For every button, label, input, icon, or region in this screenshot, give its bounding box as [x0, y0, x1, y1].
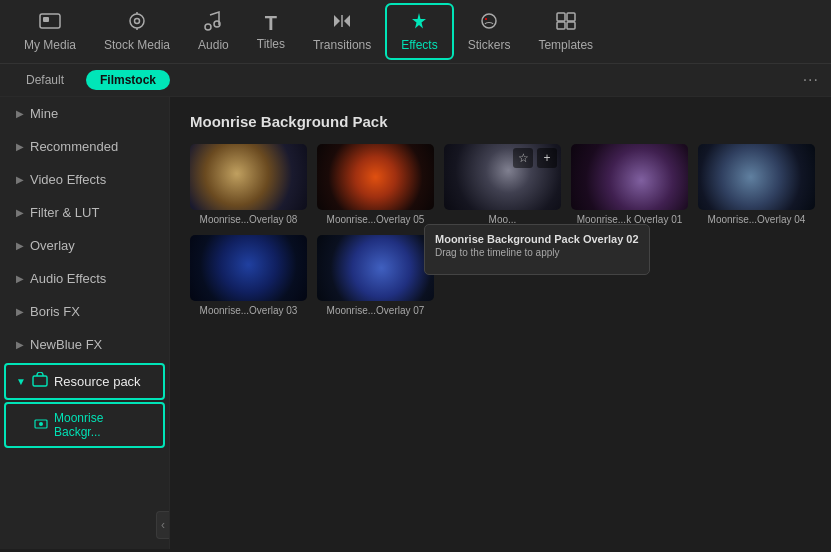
add-button[interactable]: + [537, 148, 557, 168]
arrow-icon: ▶ [16, 306, 24, 317]
content-area: Moonrise Background Pack Moonrise...Over… [170, 97, 831, 549]
nav-stock-media-label: Stock Media [104, 38, 170, 52]
arrow-icon: ▶ [16, 108, 24, 119]
sidebar-item-mine[interactable]: ▶ Mine [0, 97, 169, 130]
effects-grid: Moonrise...Overlay 08 Moonrise...Overlay… [190, 144, 815, 316]
thumb-overlay-02: ☆ + ··· [444, 144, 561, 210]
sidebar-item-overlay[interactable]: ▶ Overlay [0, 229, 169, 262]
sidebar-item-video-effects[interactable]: ▶ Video Effects [0, 163, 169, 196]
item-label: Moonrise...Overlay 07 [317, 305, 434, 316]
tooltip-sub: Drag to the timeline to apply [435, 247, 639, 258]
arrow-icon: ▶ [16, 273, 24, 284]
svg-rect-14 [557, 13, 565, 21]
sidebar-item-overlay-label: Overlay [30, 238, 75, 253]
svg-point-3 [135, 19, 140, 24]
list-item[interactable]: Moonrise...k Overlay 01 [571, 144, 688, 225]
sidebar-sub-item-moonrise[interactable]: Moonrise Backgr... [4, 402, 165, 448]
arrow-down-icon: ▼ [16, 376, 26, 387]
thumb-overlay-03 [190, 235, 307, 301]
sidebar-sub-item-moonrise-label: Moonrise Backgr... [54, 411, 143, 439]
collapse-icon: ‹ [161, 518, 165, 532]
effects-icon [408, 11, 430, 34]
tooltip-box: Moonrise Background Pack Overlay 02 Drag… [424, 224, 650, 275]
top-nav: My Media Stock Media Audio T Titles Tran… [0, 0, 831, 64]
nav-effects-label: Effects [401, 38, 437, 52]
nav-titles[interactable]: T Titles [243, 7, 299, 57]
nav-templates[interactable]: Templates [524, 5, 607, 58]
list-item[interactable]: Moonrise...Overlay 08 [190, 144, 307, 225]
arrow-icon: ▶ [16, 207, 24, 218]
audio-icon [203, 11, 223, 34]
thumb-overlay-07 [317, 235, 434, 301]
list-item[interactable]: Moonrise...Overlay 03 [190, 235, 307, 316]
list-item[interactable]: Moonrise...Overlay 05 [317, 144, 434, 225]
svg-rect-1 [43, 17, 49, 22]
nav-stickers[interactable]: Stickers [454, 5, 525, 58]
svg-rect-17 [567, 22, 575, 29]
thumb-overlay-08 [190, 144, 307, 210]
sidebar-item-filter-lut-label: Filter & LUT [30, 205, 99, 220]
arrow-icon: ▶ [16, 174, 24, 185]
transitions-icon [331, 11, 353, 34]
item-label: Moonrise...Overlay 03 [190, 305, 307, 316]
sidebar-item-audio-effects[interactable]: ▶ Audio Effects [0, 262, 169, 295]
list-item[interactable]: Moonrise...Overlay 07 [317, 235, 434, 316]
filter-default[interactable]: Default [12, 70, 78, 90]
svg-point-12 [482, 14, 496, 28]
sidebar-item-resource-pack[interactable]: ▼ Resource pack [4, 363, 165, 400]
svg-point-6 [205, 24, 211, 30]
sidebar-item-boris-fx[interactable]: ▶ Boris FX [0, 295, 169, 328]
sidebar-item-mine-label: Mine [30, 106, 58, 121]
svg-marker-9 [344, 15, 350, 27]
item-label: Moonrise...Overlay 04 [698, 214, 815, 225]
list-item[interactable]: ☆ + ··· Moo... Moonrise Background Pack … [444, 144, 561, 225]
item-label: Moonrise...Overlay 05 [317, 214, 434, 225]
resource-pack-icon [32, 372, 48, 391]
thumb-overlay-05 [317, 144, 434, 210]
svg-marker-11 [412, 13, 426, 29]
nav-effects[interactable]: Effects [385, 3, 453, 60]
nav-audio[interactable]: Audio [184, 5, 243, 58]
nav-my-media[interactable]: My Media [10, 5, 90, 58]
svg-point-13 [485, 18, 487, 20]
item-label: Moonrise...Overlay 08 [190, 214, 307, 225]
sidebar: ▶ Mine ▶ Recommended ▶ Video Effects ▶ F… [0, 97, 170, 549]
filter-filmstock[interactable]: Filmstock [86, 70, 170, 90]
main-layout: ▶ Mine ▶ Recommended ▶ Video Effects ▶ F… [0, 97, 831, 549]
stock-media-icon [126, 11, 148, 34]
filter-bar: Default Filmstock ··· [0, 64, 831, 97]
thumb-action-buttons: ☆ + [513, 148, 557, 168]
sidebar-item-newblue-fx-label: NewBlue FX [30, 337, 102, 352]
favorite-button[interactable]: ☆ [513, 148, 533, 168]
nav-transitions[interactable]: Transitions [299, 5, 385, 58]
sidebar-item-video-effects-label: Video Effects [30, 172, 106, 187]
sidebar-collapse-button[interactable]: ‹ [156, 511, 169, 539]
arrow-icon: ▶ [16, 141, 24, 152]
arrow-icon: ▶ [16, 339, 24, 350]
nav-templates-label: Templates [538, 38, 593, 52]
more-options-button[interactable]: ··· [803, 71, 819, 89]
titles-icon: T [265, 13, 277, 33]
svg-point-2 [130, 14, 144, 28]
svg-marker-8 [334, 15, 340, 27]
item-label: Moo... [444, 214, 561, 225]
svg-rect-18 [33, 376, 47, 386]
sidebar-item-newblue-fx[interactable]: ▶ NewBlue FX [0, 328, 169, 361]
sidebar-item-boris-fx-label: Boris FX [30, 304, 80, 319]
list-item[interactable]: Moonrise...Overlay 04 [698, 144, 815, 225]
svg-rect-15 [567, 13, 575, 21]
thumb-overlay-01 [571, 144, 688, 210]
moonrise-icon [34, 417, 48, 434]
sidebar-item-audio-effects-label: Audio Effects [30, 271, 106, 286]
sidebar-item-recommended-label: Recommended [30, 139, 118, 154]
tooltip-title: Moonrise Background Pack Overlay 02 [435, 233, 639, 245]
nav-audio-label: Audio [198, 38, 229, 52]
item-label: Moonrise...k Overlay 01 [571, 214, 688, 225]
svg-rect-16 [557, 22, 565, 29]
nav-my-media-label: My Media [24, 38, 76, 52]
sidebar-item-resource-pack-label: Resource pack [54, 374, 141, 389]
nav-stock-media[interactable]: Stock Media [90, 5, 184, 58]
sidebar-item-recommended[interactable]: ▶ Recommended [0, 130, 169, 163]
svg-point-20 [39, 422, 43, 426]
sidebar-item-filter-lut[interactable]: ▶ Filter & LUT [0, 196, 169, 229]
